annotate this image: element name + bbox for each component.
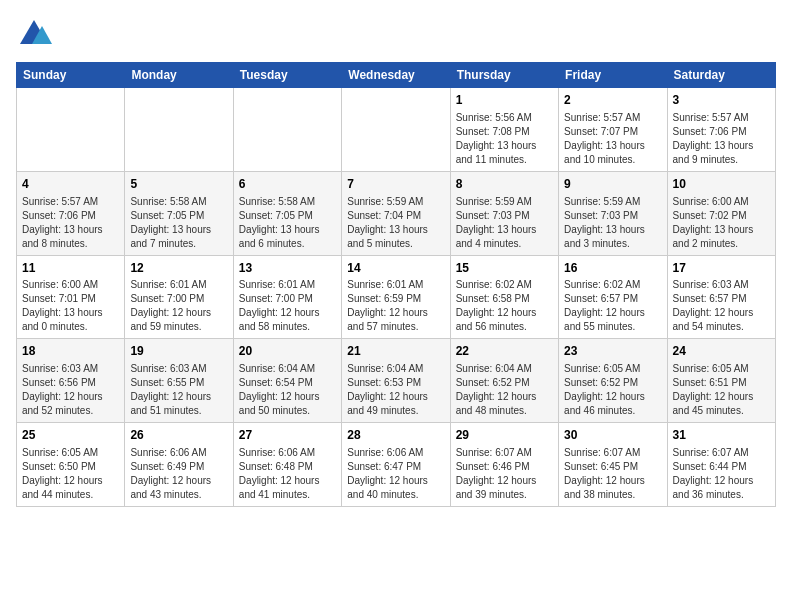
day-number: 25 [22,427,119,444]
day-number: 7 [347,176,444,193]
calendar-header-row: SundayMondayTuesdayWednesdayThursdayFrid… [17,63,776,88]
day-info: Sunrise: 6:07 AM Sunset: 6:45 PM Dayligh… [564,446,661,502]
day-info: Sunrise: 5:59 AM Sunset: 7:03 PM Dayligh… [564,195,661,251]
day-of-week-header: Wednesday [342,63,450,88]
day-number: 2 [564,92,661,109]
day-number: 4 [22,176,119,193]
calendar-cell: 11Sunrise: 6:00 AM Sunset: 7:01 PM Dayli… [17,255,125,339]
calendar-cell [125,88,233,172]
day-info: Sunrise: 6:01 AM Sunset: 7:00 PM Dayligh… [130,278,227,334]
calendar-cell: 2Sunrise: 5:57 AM Sunset: 7:07 PM Daylig… [559,88,667,172]
day-number: 30 [564,427,661,444]
logo-icon [16,16,52,52]
day-number: 28 [347,427,444,444]
calendar-cell: 30Sunrise: 6:07 AM Sunset: 6:45 PM Dayli… [559,423,667,507]
calendar-cell: 1Sunrise: 5:56 AM Sunset: 7:08 PM Daylig… [450,88,558,172]
calendar-week-row: 11Sunrise: 6:00 AM Sunset: 7:01 PM Dayli… [17,255,776,339]
day-info: Sunrise: 5:57 AM Sunset: 7:06 PM Dayligh… [673,111,770,167]
day-of-week-header: Saturday [667,63,775,88]
calendar-cell [233,88,341,172]
calendar-week-row: 25Sunrise: 6:05 AM Sunset: 6:50 PM Dayli… [17,423,776,507]
calendar-week-row: 4Sunrise: 5:57 AM Sunset: 7:06 PM Daylig… [17,171,776,255]
calendar-cell: 23Sunrise: 6:05 AM Sunset: 6:52 PM Dayli… [559,339,667,423]
calendar-cell: 7Sunrise: 5:59 AM Sunset: 7:04 PM Daylig… [342,171,450,255]
calendar-cell: 19Sunrise: 6:03 AM Sunset: 6:55 PM Dayli… [125,339,233,423]
day-of-week-header: Monday [125,63,233,88]
calendar-cell: 3Sunrise: 5:57 AM Sunset: 7:06 PM Daylig… [667,88,775,172]
day-of-week-header: Thursday [450,63,558,88]
calendar-cell [17,88,125,172]
calendar-cell: 31Sunrise: 6:07 AM Sunset: 6:44 PM Dayli… [667,423,775,507]
day-number: 13 [239,260,336,277]
calendar-cell [342,88,450,172]
day-number: 27 [239,427,336,444]
day-info: Sunrise: 6:00 AM Sunset: 7:02 PM Dayligh… [673,195,770,251]
day-number: 14 [347,260,444,277]
page-header [16,16,776,52]
day-info: Sunrise: 6:01 AM Sunset: 7:00 PM Dayligh… [239,278,336,334]
day-info: Sunrise: 6:07 AM Sunset: 6:44 PM Dayligh… [673,446,770,502]
day-info: Sunrise: 6:05 AM Sunset: 6:52 PM Dayligh… [564,362,661,418]
day-number: 11 [22,260,119,277]
calendar-cell: 5Sunrise: 5:58 AM Sunset: 7:05 PM Daylig… [125,171,233,255]
day-info: Sunrise: 6:00 AM Sunset: 7:01 PM Dayligh… [22,278,119,334]
calendar-cell: 15Sunrise: 6:02 AM Sunset: 6:58 PM Dayli… [450,255,558,339]
day-number: 1 [456,92,553,109]
calendar-cell: 17Sunrise: 6:03 AM Sunset: 6:57 PM Dayli… [667,255,775,339]
calendar-cell: 27Sunrise: 6:06 AM Sunset: 6:48 PM Dayli… [233,423,341,507]
day-number: 24 [673,343,770,360]
calendar-cell: 21Sunrise: 6:04 AM Sunset: 6:53 PM Dayli… [342,339,450,423]
day-number: 29 [456,427,553,444]
day-number: 15 [456,260,553,277]
day-number: 10 [673,176,770,193]
calendar-cell: 25Sunrise: 6:05 AM Sunset: 6:50 PM Dayli… [17,423,125,507]
day-number: 22 [456,343,553,360]
calendar-table: SundayMondayTuesdayWednesdayThursdayFrid… [16,62,776,507]
day-number: 31 [673,427,770,444]
calendar-cell: 8Sunrise: 5:59 AM Sunset: 7:03 PM Daylig… [450,171,558,255]
calendar-cell: 26Sunrise: 6:06 AM Sunset: 6:49 PM Dayli… [125,423,233,507]
calendar-cell: 12Sunrise: 6:01 AM Sunset: 7:00 PM Dayli… [125,255,233,339]
day-info: Sunrise: 6:07 AM Sunset: 6:46 PM Dayligh… [456,446,553,502]
day-info: Sunrise: 5:56 AM Sunset: 7:08 PM Dayligh… [456,111,553,167]
calendar-cell: 28Sunrise: 6:06 AM Sunset: 6:47 PM Dayli… [342,423,450,507]
day-info: Sunrise: 5:57 AM Sunset: 7:07 PM Dayligh… [564,111,661,167]
day-info: Sunrise: 5:59 AM Sunset: 7:03 PM Dayligh… [456,195,553,251]
calendar-cell: 9Sunrise: 5:59 AM Sunset: 7:03 PM Daylig… [559,171,667,255]
calendar-week-row: 1Sunrise: 5:56 AM Sunset: 7:08 PM Daylig… [17,88,776,172]
calendar-cell: 20Sunrise: 6:04 AM Sunset: 6:54 PM Dayli… [233,339,341,423]
day-info: Sunrise: 6:03 AM Sunset: 6:56 PM Dayligh… [22,362,119,418]
day-info: Sunrise: 6:03 AM Sunset: 6:57 PM Dayligh… [673,278,770,334]
day-number: 21 [347,343,444,360]
day-info: Sunrise: 5:57 AM Sunset: 7:06 PM Dayligh… [22,195,119,251]
day-info: Sunrise: 6:06 AM Sunset: 6:48 PM Dayligh… [239,446,336,502]
calendar-cell: 10Sunrise: 6:00 AM Sunset: 7:02 PM Dayli… [667,171,775,255]
day-number: 23 [564,343,661,360]
calendar-body: 1Sunrise: 5:56 AM Sunset: 7:08 PM Daylig… [17,88,776,507]
day-of-week-header: Sunday [17,63,125,88]
day-number: 26 [130,427,227,444]
day-info: Sunrise: 6:05 AM Sunset: 6:50 PM Dayligh… [22,446,119,502]
day-info: Sunrise: 6:05 AM Sunset: 6:51 PM Dayligh… [673,362,770,418]
day-info: Sunrise: 6:04 AM Sunset: 6:52 PM Dayligh… [456,362,553,418]
calendar-cell: 29Sunrise: 6:07 AM Sunset: 6:46 PM Dayli… [450,423,558,507]
day-number: 19 [130,343,227,360]
day-info: Sunrise: 6:02 AM Sunset: 6:58 PM Dayligh… [456,278,553,334]
day-number: 20 [239,343,336,360]
calendar-cell: 6Sunrise: 5:58 AM Sunset: 7:05 PM Daylig… [233,171,341,255]
day-info: Sunrise: 6:06 AM Sunset: 6:49 PM Dayligh… [130,446,227,502]
calendar-week-row: 18Sunrise: 6:03 AM Sunset: 6:56 PM Dayli… [17,339,776,423]
day-info: Sunrise: 6:03 AM Sunset: 6:55 PM Dayligh… [130,362,227,418]
calendar-cell: 22Sunrise: 6:04 AM Sunset: 6:52 PM Dayli… [450,339,558,423]
day-info: Sunrise: 6:04 AM Sunset: 6:54 PM Dayligh… [239,362,336,418]
day-info: Sunrise: 5:58 AM Sunset: 7:05 PM Dayligh… [239,195,336,251]
calendar-cell: 14Sunrise: 6:01 AM Sunset: 6:59 PM Dayli… [342,255,450,339]
calendar-cell: 16Sunrise: 6:02 AM Sunset: 6:57 PM Dayli… [559,255,667,339]
day-number: 17 [673,260,770,277]
day-info: Sunrise: 5:59 AM Sunset: 7:04 PM Dayligh… [347,195,444,251]
calendar-cell: 4Sunrise: 5:57 AM Sunset: 7:06 PM Daylig… [17,171,125,255]
day-info: Sunrise: 6:01 AM Sunset: 6:59 PM Dayligh… [347,278,444,334]
day-number: 5 [130,176,227,193]
day-of-week-header: Tuesday [233,63,341,88]
day-number: 9 [564,176,661,193]
